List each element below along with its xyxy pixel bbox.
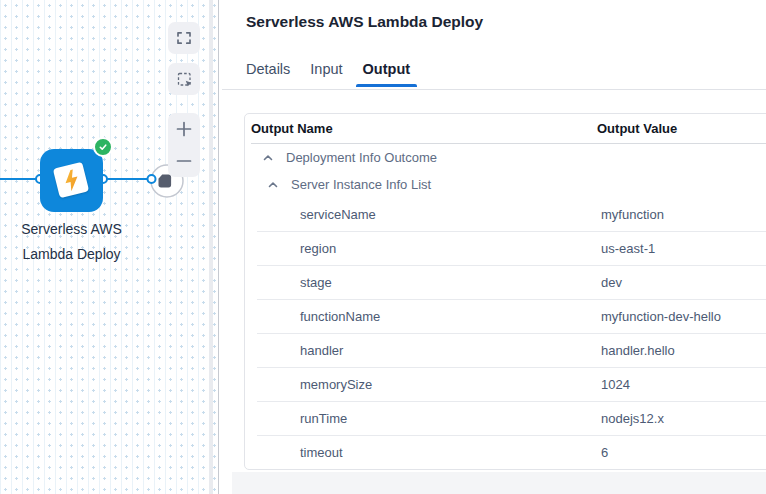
column-header-output-name: Output Name bbox=[251, 121, 597, 136]
output-value: dev bbox=[601, 275, 766, 290]
output-value: 1024 bbox=[601, 377, 766, 392]
group-label: Server Instance Info List bbox=[291, 177, 431, 192]
node-label-line2: Lambda Deploy bbox=[0, 242, 143, 267]
table-row: functionName myfunction-dev-hello bbox=[257, 300, 766, 334]
output-name: serviceName bbox=[257, 207, 601, 222]
table-row: serviceName myfunction bbox=[257, 198, 766, 232]
fullscreen-button[interactable] bbox=[168, 22, 200, 54]
column-header-output-value: Output Value bbox=[597, 121, 766, 136]
chevron-up-icon[interactable] bbox=[267, 179, 279, 191]
workflow-node-serverless-lambda[interactable] bbox=[40, 149, 103, 212]
marker-port[interactable] bbox=[148, 175, 156, 183]
table-row: region us-east-1 bbox=[257, 232, 766, 266]
table-row: timeout 6 bbox=[257, 436, 766, 469]
minus-icon bbox=[176, 153, 192, 169]
output-value: 6 bbox=[601, 445, 766, 460]
output-name: handler bbox=[257, 343, 601, 358]
zoom-controls bbox=[168, 113, 200, 177]
table-row: handler handler.hello bbox=[257, 334, 766, 368]
group-label: Deployment Info Outcome bbox=[286, 150, 437, 165]
node-label: Serverless AWS Lambda Deploy bbox=[0, 217, 143, 267]
node-label-line1: Serverless AWS bbox=[0, 217, 143, 242]
output-value: myfunction-dev-hello bbox=[601, 309, 766, 324]
canvas-edge-strip bbox=[209, 0, 213, 494]
table-row: runTime nodejs12.x bbox=[257, 402, 766, 436]
zoom-in-button[interactable] bbox=[168, 113, 200, 145]
panel-tabs: Details Input Output bbox=[246, 61, 410, 87]
tab-input[interactable]: Input bbox=[310, 61, 342, 87]
output-name: memorySize bbox=[257, 377, 601, 392]
table-row: memorySize 1024 bbox=[257, 368, 766, 402]
output-value: myfunction bbox=[601, 207, 766, 222]
node-success-badge bbox=[93, 137, 113, 157]
output-table: Output Name Output Value Deployment Info… bbox=[244, 113, 766, 470]
tab-output[interactable]: Output bbox=[363, 61, 411, 87]
output-value: nodejs12.x bbox=[601, 411, 766, 426]
output-value: us-east-1 bbox=[601, 241, 766, 256]
output-name: stage bbox=[257, 275, 601, 290]
output-group-server-instance[interactable]: Server Instance Info List bbox=[245, 171, 766, 198]
lambda-bolt-icon bbox=[60, 168, 82, 192]
chevron-up-icon[interactable] bbox=[262, 152, 274, 164]
page-title: Serverless AWS Lambda Deploy bbox=[246, 13, 483, 31]
output-value: handler.hello bbox=[601, 343, 766, 358]
tabs-divider bbox=[222, 89, 766, 90]
marquee-select-button[interactable] bbox=[168, 63, 200, 95]
table-row: stage dev bbox=[257, 266, 766, 300]
marquee-select-icon bbox=[176, 71, 193, 88]
output-name: region bbox=[257, 241, 601, 256]
check-icon bbox=[98, 142, 108, 152]
zoom-out-button[interactable] bbox=[168, 145, 200, 177]
output-name: functionName bbox=[257, 309, 601, 324]
fullscreen-expand-icon bbox=[176, 30, 192, 46]
output-name: runTime bbox=[257, 411, 601, 426]
workflow-canvas[interactable]: Serverless AWS Lambda Deploy bbox=[0, 0, 219, 494]
tab-details[interactable]: Details bbox=[246, 61, 290, 87]
output-name: timeout bbox=[257, 445, 601, 460]
output-group-deployment-info[interactable]: Deployment Info Outcome bbox=[245, 144, 766, 171]
panel-footer-strip bbox=[232, 472, 766, 494]
serverless-logo-tile bbox=[53, 162, 89, 198]
detail-panel: Serverless AWS Lambda Deploy Details Inp… bbox=[219, 0, 766, 494]
plus-icon bbox=[176, 121, 192, 137]
output-table-header: Output Name Output Value bbox=[251, 114, 766, 144]
